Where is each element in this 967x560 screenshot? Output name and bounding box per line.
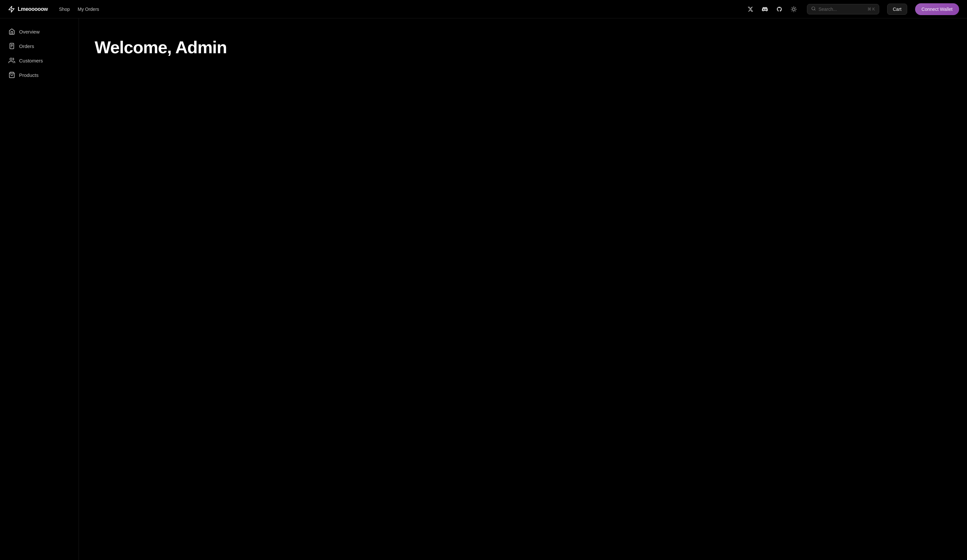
search-icon xyxy=(811,6,816,12)
sidebar: Overview Orders xyxy=(0,18,79,560)
products-icon xyxy=(8,72,15,78)
github-button[interactable] xyxy=(774,4,785,15)
svg-marker-0 xyxy=(9,6,15,12)
search-shortcut: ⌘ K xyxy=(867,7,875,12)
main-content: Welcome, Admin xyxy=(79,18,967,560)
svg-line-11 xyxy=(815,9,815,10)
svg-point-1 xyxy=(792,8,795,10)
brand-name: Lmeooooow xyxy=(18,6,48,12)
search-bar[interactable]: ⌘ K xyxy=(807,4,879,15)
twitter-icon xyxy=(748,6,753,12)
page-layout: Overview Orders xyxy=(0,18,967,560)
cart-button[interactable]: Cart xyxy=(887,3,907,15)
discord-icon xyxy=(762,6,768,12)
customers-icon xyxy=(8,57,15,64)
navbar: Lmeooooow Shop My Orders xyxy=(0,0,967,18)
twitter-button[interactable] xyxy=(745,4,756,15)
sidebar-item-overview-label: Overview xyxy=(19,29,40,35)
sidebar-item-orders-label: Orders xyxy=(19,43,34,49)
svg-line-8 xyxy=(792,10,792,11)
navbar-nav: Shop My Orders xyxy=(56,5,102,14)
discord-button[interactable] xyxy=(760,4,770,15)
search-input[interactable] xyxy=(818,7,865,12)
svg-point-16 xyxy=(10,58,12,61)
brand-logo-icon xyxy=(8,6,15,13)
orders-icon xyxy=(8,43,15,49)
nav-item-shop[interactable]: Shop xyxy=(56,5,73,14)
home-icon xyxy=(8,28,15,35)
svg-line-9 xyxy=(795,7,796,8)
sun-icon xyxy=(791,6,797,12)
svg-line-4 xyxy=(792,7,792,8)
sidebar-item-overview[interactable]: Overview xyxy=(4,25,74,38)
connect-wallet-button[interactable]: Connect Wallet xyxy=(915,3,959,15)
sidebar-item-customers[interactable]: Customers xyxy=(4,54,74,67)
sidebar-item-orders[interactable]: Orders xyxy=(4,40,74,53)
github-icon xyxy=(776,6,782,12)
sidebar-item-customers-label: Customers xyxy=(19,58,43,63)
sidebar-item-products-label: Products xyxy=(19,72,38,78)
nav-item-my-orders[interactable]: My Orders xyxy=(74,5,102,14)
theme-toggle-button[interactable] xyxy=(789,4,799,15)
navbar-logo[interactable]: Lmeooooow xyxy=(8,6,48,13)
navbar-icons xyxy=(745,4,799,15)
welcome-heading: Welcome, Admin xyxy=(95,38,951,57)
svg-line-5 xyxy=(795,10,796,11)
sidebar-item-products[interactable]: Products xyxy=(4,68,74,81)
